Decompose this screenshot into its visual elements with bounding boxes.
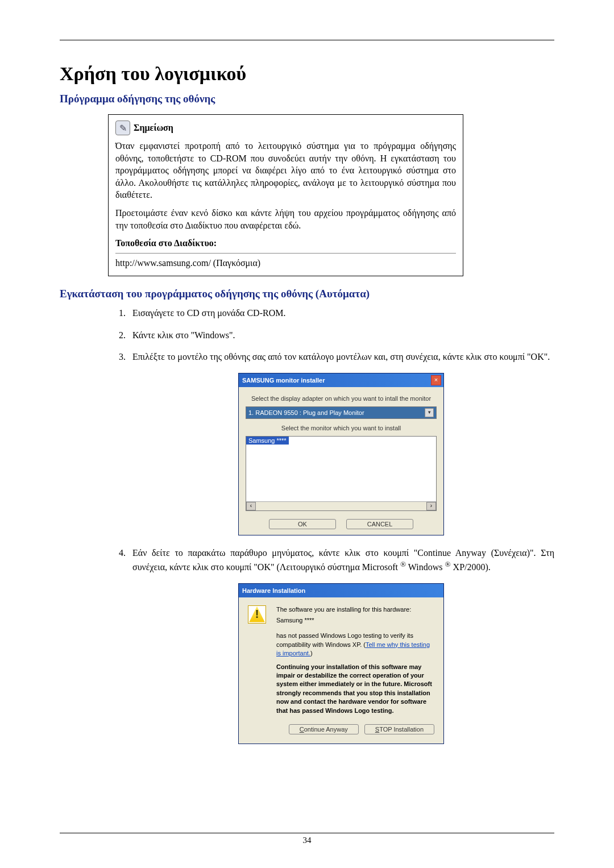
hw-line-1: The software you are installing for this… <box>276 605 434 614</box>
continue-anyway-button[interactable]: Continue Anyway <box>289 724 359 734</box>
hw-line-2b: ) <box>310 650 313 657</box>
page-title: Χρήση του λογισμικού <box>60 63 554 85</box>
reg-mark-2: ® <box>445 560 450 568</box>
scroll-left-icon[interactable]: ‹ <box>246 502 256 510</box>
horizontal-scrollbar[interactable]: ‹ › <box>246 501 436 510</box>
cancel-button[interactable]: CANCEL <box>346 519 413 529</box>
note-para-1: Όταν εμφανιστεί προτροπή από το λειτουργ… <box>115 140 456 201</box>
step4-text-a: Εάν δείτε το παρακάτω παράθυρο μηνύματος… <box>132 548 554 572</box>
installer-body: Select the display adapter on which you … <box>239 387 443 535</box>
hw-text: The software you are installing for this… <box>276 605 434 715</box>
note-site-url: http://www.samsung.com/ (Παγκόσμια) <box>115 257 456 269</box>
reg-mark-1: ® <box>400 560 406 568</box>
close-icon[interactable]: × <box>431 375 441 385</box>
adapter-dropdown[interactable]: 1. RADEON 9550 : Plug and Play Monitor ▾ <box>246 406 437 419</box>
note-icon: ✎ <box>115 121 130 135</box>
chevron-down-icon[interactable]: ▾ <box>425 408 434 417</box>
hw-line-2: has not passed Windows Logo testing to v… <box>276 632 434 658</box>
monitor-listbox[interactable]: Samsung **** ‹ › <box>246 436 437 511</box>
document-page: Χρήση του λογισμικού Πρόγραμμα οδήγησης … <box>0 0 614 868</box>
note-header: ✎ Σημείωση <box>115 121 456 135</box>
section-heading-install: Εγκατάσταση του προγράμματος οδήγησης τη… <box>60 288 554 300</box>
installer-msg-1: Select the display adapter on which you … <box>246 395 437 402</box>
step-3: Επιλέξτε το μοντέλο της οθόνης σας από τ… <box>128 351 554 363</box>
stop-installation-button[interactable]: STOP Installation <box>364 724 434 734</box>
installer-titlebar: SAMSUNG monitor installer × <box>239 373 443 387</box>
page-number: 34 <box>60 833 554 845</box>
note-label: Σημείωση <box>134 123 173 133</box>
installer-msg-2: Select the monitor which you want to ins… <box>246 425 437 431</box>
ok-button[interactable]: OK <box>269 519 336 529</box>
hw-buttons: Continue Anyway STOP Installation <box>248 724 434 734</box>
hw-device-name: Samsung **** <box>276 616 314 625</box>
hw-titlebar: Hardware Installation <box>239 584 443 597</box>
scroll-right-icon[interactable]: › <box>426 502 436 510</box>
install-steps: Εισαγάγετε το CD στη μονάδα CD-ROM. Κάντ… <box>60 307 554 744</box>
installer-title: SAMSUNG monitor installer <box>241 377 325 384</box>
installer-dialog: SAMSUNG monitor installer × Select the d… <box>238 373 444 535</box>
step4-text-c: XP/2000). <box>451 562 491 572</box>
warning-icon: ! <box>248 605 266 624</box>
note-box: ✎ Σημείωση Όταν εμφανιστεί προτροπή από … <box>108 114 463 276</box>
hardware-install-dialog: Hardware Installation ! The software you… <box>238 583 444 744</box>
adapter-selected: 1. RADEON 9550 : Plug and Play Monitor <box>248 409 364 416</box>
step-2: Κάντε κλικ στο "Windows". <box>128 329 554 342</box>
step-4: Εάν δείτε το παρακάτω παράθυρο μηνύματος… <box>128 547 554 574</box>
step-1: Εισαγάγετε το CD στη μονάδα CD-ROM. <box>128 307 554 319</box>
note-para-2: Προετοιμάστε έναν κενό δίσκο και κάντε λ… <box>115 207 456 231</box>
note-separator <box>115 253 456 254</box>
monitor-selected-item[interactable]: Samsung **** <box>246 437 289 445</box>
section-heading-driver: Πρόγραμμα οδήγησης της οθόνης <box>60 93 554 105</box>
top-rule <box>60 40 554 40</box>
step4-text-b: Windows <box>406 562 445 572</box>
installer-buttons: OK CANCEL <box>246 519 437 529</box>
note-site-label: Τοποθεσία στο Διαδίκτυο: <box>115 238 217 248</box>
page-footer: 34 <box>60 833 554 845</box>
hw-warning-text: Continuing your installation of this sof… <box>276 663 434 715</box>
hw-title: Hardware Installation <box>241 587 305 594</box>
hw-body: ! The software you are installing for th… <box>239 597 443 744</box>
